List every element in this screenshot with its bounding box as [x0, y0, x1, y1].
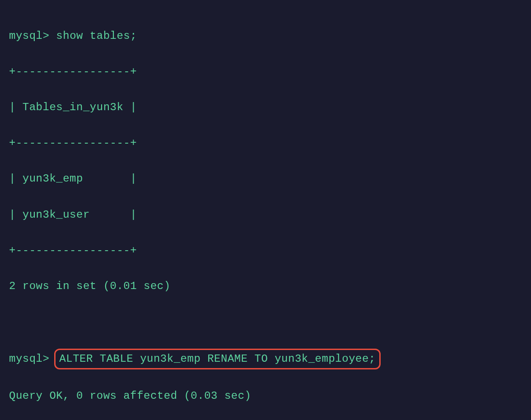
prompt: mysql> — [9, 30, 49, 42]
terminal-output[interactable]: mysql> show tables; +-----------------+ … — [9, 9, 522, 420]
table-row: | yun3k_emp | — [9, 170, 522, 188]
highlighted-command: ALTER TABLE yun3k_emp RENAME TO yun3k_em… — [54, 349, 380, 369]
prompt: mysql> — [9, 353, 49, 365]
command-text: show tables; — [56, 30, 137, 42]
command-line-1: mysql> show tables; — [9, 27, 522, 45]
query-result: Query OK, 0 rows affected (0.03 sec) — [9, 387, 522, 405]
table-header: | Tables_in_yun3k | — [9, 98, 522, 117]
table-border: +-----------------+ — [9, 242, 522, 260]
table-border: +-----------------+ — [9, 134, 522, 152]
result-summary: 2 rows in set (0.01 sec) — [9, 277, 522, 295]
table-row: | yun3k_user | — [9, 206, 522, 224]
command-text: ALTER TABLE yun3k_emp RENAME TO yun3k_em… — [59, 353, 375, 365]
blank-line — [9, 313, 522, 331]
table-border: +-----------------+ — [9, 63, 522, 81]
command-line-2: mysql> ALTER TABLE yun3k_emp RENAME TO y… — [9, 349, 522, 369]
